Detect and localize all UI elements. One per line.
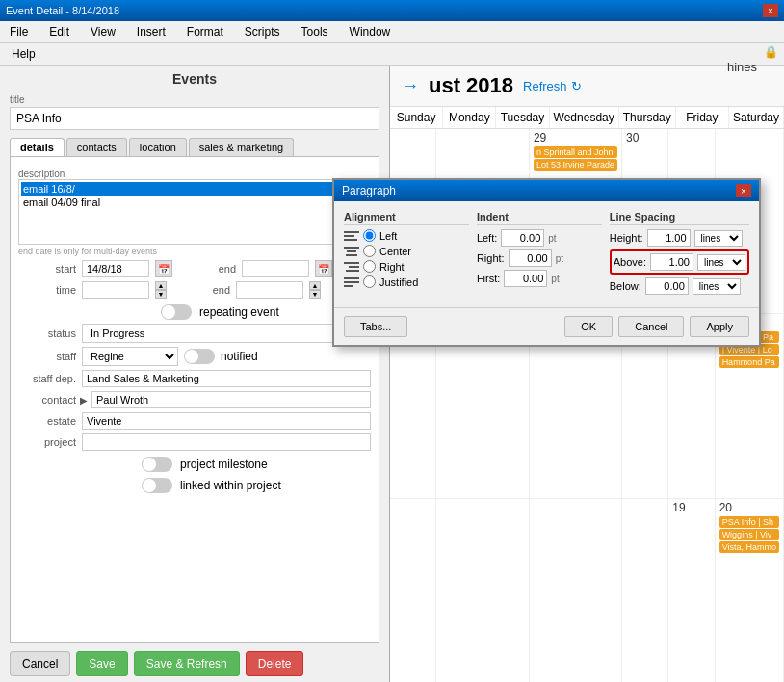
line-spacing-title: Line Spacing (610, 211, 749, 225)
below-input[interactable] (645, 277, 689, 295)
align-center-label: Center (379, 246, 411, 257)
align-right-radio[interactable] (363, 260, 376, 273)
ok-button[interactable]: OK (564, 316, 613, 337)
dialog-title-bar: Paragraph × (334, 180, 759, 201)
above-input[interactable] (650, 253, 693, 271)
align-justified-icon (344, 276, 359, 288)
above-label: Above: (614, 256, 646, 268)
dialog-buttons: Tabs... OK Cancel Apply (334, 307, 759, 345)
alignment-section: Alignment Left (344, 211, 469, 298)
indent-left-unit: pt (548, 233, 556, 244)
height-row: Height: lines pt (610, 229, 749, 247)
dialog-body: Alignment Left (334, 201, 759, 307)
indent-right-label: Right: (477, 252, 505, 264)
alignment-title: Alignment (344, 211, 469, 225)
align-center-icon (344, 246, 359, 257)
height-label: Height: (610, 232, 643, 244)
paragraph-dialog: Paragraph × Alignment Left (332, 178, 761, 347)
indent-first-input[interactable] (504, 270, 547, 287)
dialog-overlay: Paragraph × Alignment Left (0, 0, 784, 682)
align-right-label: Right (379, 261, 405, 273)
align-left-radio[interactable] (363, 229, 376, 242)
align-justified-radio[interactable] (363, 275, 376, 288)
align-right-icon (344, 261, 359, 273)
align-justified-row: Justified (344, 275, 469, 288)
below-unit-select[interactable]: lines pt (693, 278, 741, 295)
dialog-close-button[interactable]: × (736, 184, 751, 197)
indent-right-row: Right: pt (477, 249, 602, 267)
height-input[interactable] (647, 229, 691, 247)
below-label: Below: (610, 280, 641, 292)
align-left-icon (344, 230, 359, 242)
tabs-button[interactable]: Tabs... (344, 316, 407, 337)
cancel-dialog-button[interactable]: Cancel (618, 316, 684, 337)
indent-right-unit: pt (556, 253, 563, 264)
indent-left-label: Left: (477, 232, 497, 244)
indent-first-row: First: pt (477, 270, 602, 287)
indent-right-input[interactable] (509, 249, 552, 267)
indent-section: Indent Left: pt Right: pt First: pt (477, 211, 602, 298)
below-row: Below: lines pt (610, 277, 749, 295)
height-unit-select[interactable]: lines pt (694, 230, 743, 247)
above-row: Above: lines pt (610, 249, 749, 275)
align-center-row: Center (344, 245, 469, 257)
indent-title: Indent (477, 211, 602, 225)
align-center-radio[interactable] (363, 245, 376, 257)
apply-button[interactable]: Apply (690, 316, 749, 337)
line-spacing-section: Line Spacing Height: lines pt Above: lin… (610, 211, 749, 298)
indent-first-label: First: (477, 273, 500, 284)
align-justified-label: Justified (379, 276, 418, 288)
indent-left-input[interactable] (501, 229, 544, 247)
align-right-row: Right (344, 260, 469, 273)
indent-first-unit: pt (551, 274, 559, 284)
align-left-label: Left (379, 230, 397, 242)
dialog-title-text: Paragraph (342, 184, 396, 197)
indent-left-row: Left: pt (477, 229, 602, 247)
align-left-row: Left (344, 229, 469, 242)
above-unit-select[interactable]: lines pt (697, 254, 745, 271)
